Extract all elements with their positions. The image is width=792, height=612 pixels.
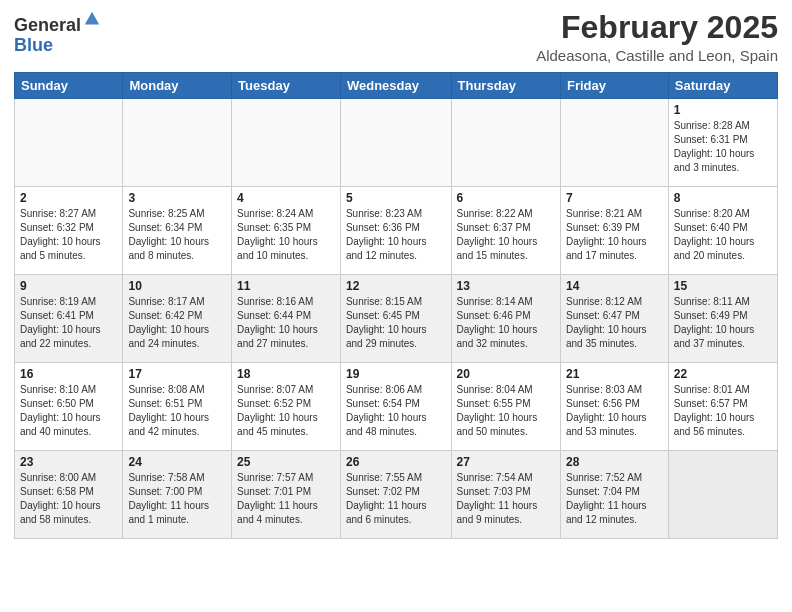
day-number: 21 <box>566 367 663 381</box>
day-info: Sunrise: 8:22 AM Sunset: 6:37 PM Dayligh… <box>457 207 555 263</box>
day-info: Sunrise: 8:12 AM Sunset: 6:47 PM Dayligh… <box>566 295 663 351</box>
day-info: Sunrise: 7:54 AM Sunset: 7:03 PM Dayligh… <box>457 471 555 527</box>
calendar-day-cell <box>123 99 232 187</box>
weekday-header-sunday: Sunday <box>15 73 123 99</box>
day-number: 9 <box>20 279 117 293</box>
calendar-day-cell: 26Sunrise: 7:55 AM Sunset: 7:02 PM Dayli… <box>340 451 451 539</box>
day-number: 14 <box>566 279 663 293</box>
day-number: 25 <box>237 455 335 469</box>
day-info: Sunrise: 8:19 AM Sunset: 6:41 PM Dayligh… <box>20 295 117 351</box>
calendar-day-cell: 3Sunrise: 8:25 AM Sunset: 6:34 PM Daylig… <box>123 187 232 275</box>
logo-blue: Blue <box>14 36 101 56</box>
day-number: 27 <box>457 455 555 469</box>
day-info: Sunrise: 7:52 AM Sunset: 7:04 PM Dayligh… <box>566 471 663 527</box>
calendar-day-cell <box>15 99 123 187</box>
day-info: Sunrise: 8:20 AM Sunset: 6:40 PM Dayligh… <box>674 207 772 263</box>
day-info: Sunrise: 7:55 AM Sunset: 7:02 PM Dayligh… <box>346 471 446 527</box>
calendar-day-cell: 5Sunrise: 8:23 AM Sunset: 6:36 PM Daylig… <box>340 187 451 275</box>
day-info: Sunrise: 8:00 AM Sunset: 6:58 PM Dayligh… <box>20 471 117 527</box>
logo-area: General Blue <box>14 16 101 56</box>
header: General Blue February 2025 Aldeasona, Ca… <box>14 10 778 64</box>
calendar-week-row: 2Sunrise: 8:27 AM Sunset: 6:32 PM Daylig… <box>15 187 778 275</box>
day-info: Sunrise: 8:16 AM Sunset: 6:44 PM Dayligh… <box>237 295 335 351</box>
day-number: 19 <box>346 367 446 381</box>
calendar-day-cell: 24Sunrise: 7:58 AM Sunset: 7:00 PM Dayli… <box>123 451 232 539</box>
weekday-header-saturday: Saturday <box>668 73 777 99</box>
day-info: Sunrise: 8:08 AM Sunset: 6:51 PM Dayligh… <box>128 383 226 439</box>
calendar-table: SundayMondayTuesdayWednesdayThursdayFrid… <box>14 72 778 539</box>
calendar-day-cell <box>560 99 668 187</box>
calendar-day-cell: 15Sunrise: 8:11 AM Sunset: 6:49 PM Dayli… <box>668 275 777 363</box>
day-info: Sunrise: 8:15 AM Sunset: 6:45 PM Dayligh… <box>346 295 446 351</box>
weekday-header-thursday: Thursday <box>451 73 560 99</box>
calendar-day-cell: 13Sunrise: 8:14 AM Sunset: 6:46 PM Dayli… <box>451 275 560 363</box>
page: General Blue February 2025 Aldeasona, Ca… <box>0 0 792 553</box>
day-number: 1 <box>674 103 772 117</box>
calendar-day-cell: 28Sunrise: 7:52 AM Sunset: 7:04 PM Dayli… <box>560 451 668 539</box>
calendar-day-cell: 16Sunrise: 8:10 AM Sunset: 6:50 PM Dayli… <box>15 363 123 451</box>
day-info: Sunrise: 8:25 AM Sunset: 6:34 PM Dayligh… <box>128 207 226 263</box>
calendar-day-cell: 10Sunrise: 8:17 AM Sunset: 6:42 PM Dayli… <box>123 275 232 363</box>
day-number: 17 <box>128 367 226 381</box>
day-number: 16 <box>20 367 117 381</box>
title-area: February 2025 Aldeasona, Castille and Le… <box>536 10 778 64</box>
weekday-header-row: SundayMondayTuesdayWednesdayThursdayFrid… <box>15 73 778 99</box>
day-info: Sunrise: 8:11 AM Sunset: 6:49 PM Dayligh… <box>674 295 772 351</box>
day-number: 28 <box>566 455 663 469</box>
day-number: 12 <box>346 279 446 293</box>
day-info: Sunrise: 8:28 AM Sunset: 6:31 PM Dayligh… <box>674 119 772 175</box>
calendar-week-row: 23Sunrise: 8:00 AM Sunset: 6:58 PM Dayli… <box>15 451 778 539</box>
day-info: Sunrise: 8:01 AM Sunset: 6:57 PM Dayligh… <box>674 383 772 439</box>
calendar-day-cell <box>668 451 777 539</box>
day-number: 8 <box>674 191 772 205</box>
calendar-day-cell: 23Sunrise: 8:00 AM Sunset: 6:58 PM Dayli… <box>15 451 123 539</box>
day-info: Sunrise: 8:17 AM Sunset: 6:42 PM Dayligh… <box>128 295 226 351</box>
day-number: 2 <box>20 191 117 205</box>
day-number: 26 <box>346 455 446 469</box>
day-number: 18 <box>237 367 335 381</box>
svg-marker-0 <box>85 12 99 25</box>
calendar-day-cell: 4Sunrise: 8:24 AM Sunset: 6:35 PM Daylig… <box>232 187 341 275</box>
calendar-day-cell <box>451 99 560 187</box>
day-number: 13 <box>457 279 555 293</box>
day-info: Sunrise: 8:24 AM Sunset: 6:35 PM Dayligh… <box>237 207 335 263</box>
weekday-header-tuesday: Tuesday <box>232 73 341 99</box>
logo-general: General <box>14 16 81 36</box>
day-number: 24 <box>128 455 226 469</box>
calendar-day-cell: 18Sunrise: 8:07 AM Sunset: 6:52 PM Dayli… <box>232 363 341 451</box>
day-number: 22 <box>674 367 772 381</box>
calendar-day-cell: 1Sunrise: 8:28 AM Sunset: 6:31 PM Daylig… <box>668 99 777 187</box>
day-number: 3 <box>128 191 226 205</box>
day-info: Sunrise: 7:58 AM Sunset: 7:00 PM Dayligh… <box>128 471 226 527</box>
day-number: 15 <box>674 279 772 293</box>
calendar-day-cell: 19Sunrise: 8:06 AM Sunset: 6:54 PM Dayli… <box>340 363 451 451</box>
calendar-week-row: 16Sunrise: 8:10 AM Sunset: 6:50 PM Dayli… <box>15 363 778 451</box>
day-info: Sunrise: 8:21 AM Sunset: 6:39 PM Dayligh… <box>566 207 663 263</box>
calendar-day-cell <box>232 99 341 187</box>
day-number: 7 <box>566 191 663 205</box>
calendar-week-row: 9Sunrise: 8:19 AM Sunset: 6:41 PM Daylig… <box>15 275 778 363</box>
calendar-day-cell: 20Sunrise: 8:04 AM Sunset: 6:55 PM Dayli… <box>451 363 560 451</box>
day-info: Sunrise: 8:07 AM Sunset: 6:52 PM Dayligh… <box>237 383 335 439</box>
day-info: Sunrise: 8:23 AM Sunset: 6:36 PM Dayligh… <box>346 207 446 263</box>
month-title: February 2025 <box>536 10 778 45</box>
calendar-day-cell: 11Sunrise: 8:16 AM Sunset: 6:44 PM Dayli… <box>232 275 341 363</box>
day-info: Sunrise: 8:14 AM Sunset: 6:46 PM Dayligh… <box>457 295 555 351</box>
calendar-week-row: 1Sunrise: 8:28 AM Sunset: 6:31 PM Daylig… <box>15 99 778 187</box>
day-number: 6 <box>457 191 555 205</box>
calendar-day-cell: 6Sunrise: 8:22 AM Sunset: 6:37 PM Daylig… <box>451 187 560 275</box>
day-info: Sunrise: 8:10 AM Sunset: 6:50 PM Dayligh… <box>20 383 117 439</box>
day-info: Sunrise: 8:27 AM Sunset: 6:32 PM Dayligh… <box>20 207 117 263</box>
calendar-day-cell: 17Sunrise: 8:08 AM Sunset: 6:51 PM Dayli… <box>123 363 232 451</box>
day-info: Sunrise: 7:57 AM Sunset: 7:01 PM Dayligh… <box>237 471 335 527</box>
weekday-header-wednesday: Wednesday <box>340 73 451 99</box>
day-info: Sunrise: 8:03 AM Sunset: 6:56 PM Dayligh… <box>566 383 663 439</box>
weekday-header-monday: Monday <box>123 73 232 99</box>
day-number: 11 <box>237 279 335 293</box>
day-number: 20 <box>457 367 555 381</box>
calendar-day-cell: 12Sunrise: 8:15 AM Sunset: 6:45 PM Dayli… <box>340 275 451 363</box>
calendar-day-cell: 7Sunrise: 8:21 AM Sunset: 6:39 PM Daylig… <box>560 187 668 275</box>
day-number: 10 <box>128 279 226 293</box>
day-number: 4 <box>237 191 335 205</box>
calendar-day-cell: 9Sunrise: 8:19 AM Sunset: 6:41 PM Daylig… <box>15 275 123 363</box>
